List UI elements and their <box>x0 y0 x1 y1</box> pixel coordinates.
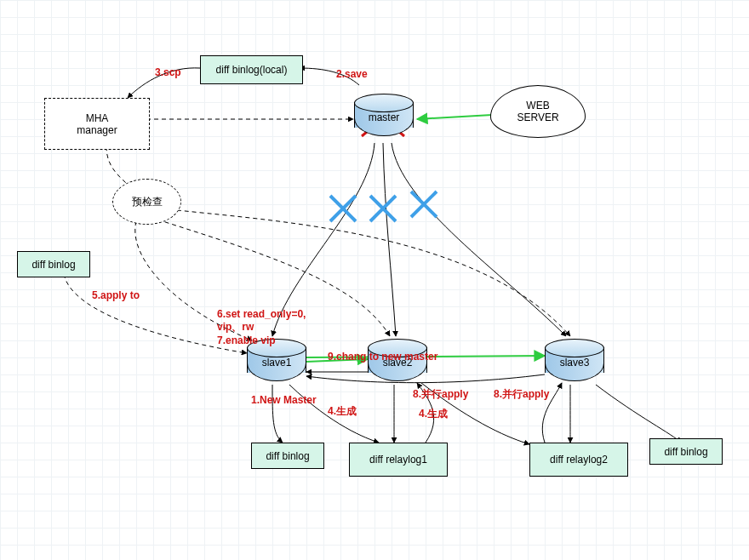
mha-manager-box: MHA manager <box>44 98 150 150</box>
precheck-label: 预检查 <box>132 195 163 209</box>
diff-relaylog1-label: diff relaylog1 <box>369 454 427 466</box>
precheck-ellipse: 预检查 <box>112 179 181 225</box>
diff-relaylog2-label: diff relaylog2 <box>550 454 608 466</box>
anno-save: 2.save <box>336 68 368 80</box>
diff-binlog-bl-label: diff binlog <box>266 450 309 462</box>
anno-gen1: 4.生成 <box>328 404 357 419</box>
diff-relaylog1-box: diff relaylog1 <box>349 443 448 477</box>
anno-parapply1: 8.并行apply <box>413 387 468 402</box>
anno-gen2: 4.生成 <box>419 407 448 421</box>
diff-binlog-bl-box: diff binlog <box>251 443 324 469</box>
anno-parapply2: 8.并行apply <box>494 387 549 402</box>
mha-manager-label: MHA manager <box>77 112 117 136</box>
diff-binlog-local-box: diff binlog(local) <box>200 55 303 84</box>
diff-binlog-local-label: diff binlog(local) <box>216 64 288 76</box>
diff-binlog-br-label: diff binlog <box>664 446 707 458</box>
anno-scp: 3.scp <box>155 66 181 78</box>
diff-binlog-left-label: diff binlog <box>31 259 75 271</box>
diff-binlog-br-box: diff binlog <box>649 438 723 465</box>
master-db: master <box>354 94 414 136</box>
anno-changenew: 9.chang to new master <box>328 351 437 363</box>
diff-binlog-left-box: diff binlog <box>17 251 90 277</box>
diff-relaylog2-box: diff relaylog2 <box>529 443 628 477</box>
web-server-label: WEB SERVER <box>517 100 558 123</box>
slave3-db: slave3 <box>545 339 604 381</box>
anno-applyto: 5.apply to <box>92 289 140 301</box>
anno-setro: 6.set read_only=0, vip、rw 7.enable vip <box>217 308 306 346</box>
anno-newmaster: 1.New Master <box>251 394 317 406</box>
